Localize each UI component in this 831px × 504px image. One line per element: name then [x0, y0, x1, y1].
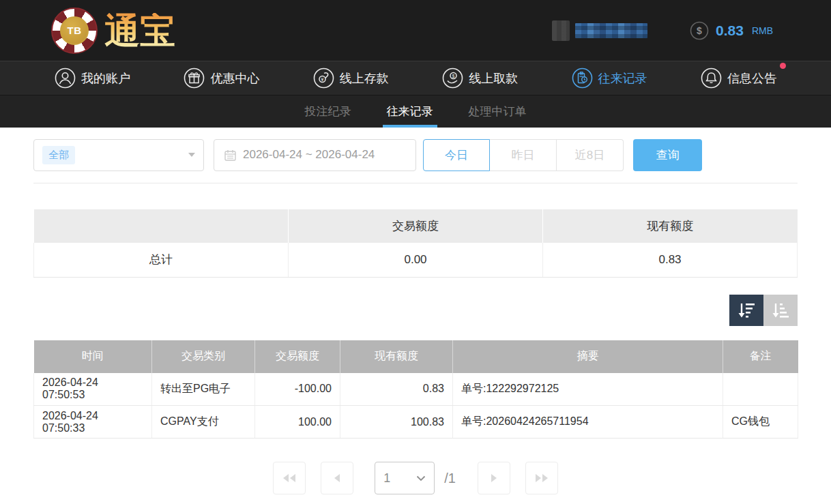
right-arrow-icon — [490, 473, 498, 484]
table-row: 2026-04-24 07:50:53 转出至PG电子 -100.00 0.83… — [34, 373, 798, 406]
sort-descending-button[interactable] — [729, 295, 763, 326]
cell-summary: 单号:20260424265711954 — [453, 406, 723, 439]
cell-type: CGPAY支付 — [152, 406, 255, 439]
table-row: 2026-04-24 07:50:33 CGPAY支付 100.00 100.8… — [34, 406, 798, 439]
next-page-button[interactable] — [478, 462, 510, 494]
summary-total-label: 总计 — [34, 243, 289, 277]
type-select[interactable]: 全部 — [33, 139, 204, 171]
calendar-icon — [224, 149, 237, 162]
double-left-arrow-icon — [282, 473, 297, 484]
avatar — [552, 20, 570, 41]
withdraw-icon: $ — [442, 68, 463, 89]
records-table: 时间 交易类别 交易额度 现有额度 摘要 备注 2026-04-24 07:50… — [33, 340, 798, 439]
cell-note — [723, 373, 798, 406]
nav-item-transaction-records[interactable]: 往来记录 — [572, 68, 647, 89]
deposit-icon: ¥ — [313, 68, 334, 89]
filter-row: 全部 2026-04-24 ~ 2026-04-24 今日 昨日 近8日 查询 — [33, 138, 798, 171]
nav-item-deposit[interactable]: ¥ 线上存款 — [313, 68, 389, 89]
balance-display[interactable]: $ 0.83 RMB — [690, 21, 773, 40]
brand-logo[interactable]: TB 通宝 — [51, 8, 175, 54]
header-note: 备注 — [723, 340, 798, 373]
nav-label: 优惠中心 — [210, 70, 259, 87]
svg-text:$: $ — [697, 25, 702, 36]
last-page-button[interactable] — [525, 462, 558, 494]
today-button[interactable]: 今日 — [423, 139, 490, 171]
poker-chip-icon: TB — [51, 8, 98, 54]
page-total-label: /1 — [444, 471, 456, 486]
summary-header-blank — [34, 209, 289, 243]
sort-ascending-button[interactable] — [763, 295, 798, 326]
chevron-down-icon — [416, 475, 426, 481]
page-select[interactable]: 1 — [375, 462, 435, 494]
tab-pending-orders[interactable]: 处理中订单 — [459, 95, 536, 128]
type-selected-chip: 全部 — [42, 146, 75, 164]
previous-page-button[interactable] — [321, 462, 353, 494]
nav-label: 信息公告 — [727, 70, 776, 87]
query-button[interactable]: 查询 — [633, 139, 702, 171]
tab-transaction-records[interactable]: 往来记录 — [377, 95, 443, 128]
gift-icon — [184, 68, 205, 89]
chip-badge: TB — [68, 25, 82, 36]
cell-time: 2026-04-24 07:50:53 — [34, 373, 152, 406]
nav-label: 往来记录 — [598, 70, 647, 87]
summary-table: 交易额度 现有额度 总计 0.00 0.83 — [33, 209, 798, 278]
nav-label: 线上存款 — [340, 70, 389, 87]
summary-row: 总计 0.00 0.83 — [34, 243, 798, 277]
divider — [33, 183, 798, 183]
coin-icon: $ — [690, 21, 709, 40]
bell-icon — [701, 68, 722, 89]
summary-header-balance: 现有额度 — [543, 209, 798, 243]
header-summary: 摘要 — [453, 340, 723, 373]
date-range-input[interactable]: 2026-04-24 ~ 2026-04-24 — [214, 139, 416, 171]
first-page-button[interactable] — [273, 462, 306, 494]
date-range-value: 2026-04-24 ~ 2026-04-24 — [243, 148, 375, 162]
last-8-days-button[interactable]: 近8日 — [557, 139, 624, 171]
double-right-arrow-icon — [534, 473, 549, 484]
svg-text:¥: ¥ — [321, 77, 323, 82]
cell-type: 转出至PG电子 — [152, 373, 255, 406]
records-header-row: 时间 交易类别 交易额度 现有额度 摘要 备注 — [34, 340, 798, 373]
notification-dot — [780, 63, 786, 69]
cell-amount: -100.00 — [255, 373, 340, 406]
sub-tab-bar: 投注纪录 往来记录 处理中订单 — [0, 95, 831, 128]
username-redacted — [575, 23, 647, 38]
cell-note: CG钱包 — [723, 406, 798, 439]
left-arrow-icon — [333, 473, 341, 484]
records-icon — [572, 68, 593, 89]
yesterday-button[interactable]: 昨日 — [490, 139, 557, 171]
svg-text:$: $ — [452, 74, 455, 78]
cell-summary: 单号:122292972125 — [453, 373, 723, 406]
user-icon — [55, 68, 76, 89]
sort-controls — [33, 295, 798, 326]
nav-item-promotions[interactable]: 优惠中心 — [184, 68, 259, 89]
cell-amount: 100.00 — [255, 406, 340, 439]
quick-date-group: 今日 昨日 近8日 — [423, 139, 624, 171]
cell-time: 2026-04-24 07:50:33 — [34, 406, 152, 439]
nav-item-withdraw[interactable]: $ 线上取款 — [442, 68, 518, 89]
sort-descending-icon — [737, 301, 756, 319]
sort-ascending-icon — [771, 301, 790, 319]
pagination: 1 /1 — [33, 462, 798, 494]
nav-item-my-account[interactable]: 我的账户 — [55, 68, 130, 89]
header-amount: 交易额度 — [255, 340, 340, 373]
header-balance: 现有额度 — [340, 340, 453, 373]
balance-amount: 0.83 — [716, 23, 744, 39]
top-header: TB 通宝 $ 0.83 RMB — [0, 0, 831, 61]
page-select-value: 1 — [383, 471, 390, 486]
summary-current-amount: 0.83 — [543, 243, 798, 277]
cell-balance: 100.83 — [340, 406, 453, 439]
summary-header-transaction: 交易额度 — [289, 209, 543, 243]
nav-label: 线上取款 — [469, 70, 518, 87]
main-nav: 我的账户 优惠中心 ¥ 线上存款 $ 线上取款 往来记录 信息公告 — [0, 61, 831, 95]
chevron-down-icon — [188, 153, 195, 157]
brand-name: 通宝 — [104, 13, 175, 48]
nav-item-announcements[interactable]: 信息公告 — [701, 68, 776, 89]
tab-bet-records[interactable]: 投注纪录 — [295, 95, 361, 128]
user-account[interactable] — [552, 20, 647, 41]
header-type: 交易类别 — [152, 340, 255, 373]
header-time: 时间 — [34, 340, 152, 373]
cell-balance: 0.83 — [340, 373, 453, 406]
summary-transaction-amount: 0.00 — [289, 243, 543, 277]
nav-label: 我的账户 — [81, 70, 130, 87]
balance-currency: RMB — [752, 25, 773, 36]
